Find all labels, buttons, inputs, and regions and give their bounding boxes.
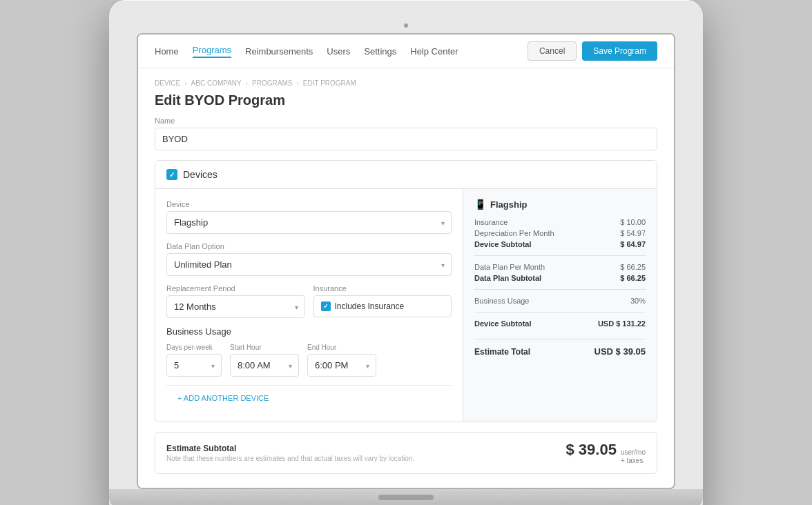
devices-body: Device Flagship ▾ Data Plan: [155, 188, 657, 422]
summary-depreciation-label: Depreciation Per Month: [474, 229, 554, 237]
name-field-group: Name: [155, 117, 657, 150]
nav-actions: Cancel Save Program: [528, 41, 657, 61]
summary-insurance-value: $ 10.00: [620, 218, 646, 226]
estimate-subtotal-title: Estimate Subtotal: [166, 444, 414, 453]
replacement-label: Replacement Period: [166, 284, 305, 293]
camera-dot: [404, 23, 408, 28]
nav-help[interactable]: Help Center: [410, 46, 458, 57]
device-config: Device Flagship ▾ Data Plan: [155, 189, 463, 422]
breadcrumb-company: ABC COMPANY: [191, 79, 242, 87]
screen-content: Home Programs Reimbursements Users Setti…: [138, 34, 674, 488]
summary-divider3: [474, 312, 646, 313]
breadcrumb: DEVICE › ABC COMPANY › PROGRAMS › EDIT P…: [155, 79, 657, 87]
bottom-estimate-right: $ 39.05 user/mo+ taxes: [566, 441, 646, 465]
data-plan-select-wrapper: Unlimited Plan ▾: [166, 253, 452, 276]
summary-insurance-row: Insurance $ 10.00: [474, 218, 646, 226]
laptop-frame: Home Programs Reimbursements Users Setti…: [109, 0, 703, 505]
estimate-total-row: Estimate Total USD $ 39.05: [474, 339, 646, 357]
start-hour-label: Start Hour: [230, 344, 299, 351]
summary-data-plan: Data Plan Per Month $ 66.25 Data Plan Su…: [474, 263, 646, 282]
summary-data-plan-subtotal-row: Data Plan Subtotal $ 66.25: [474, 274, 646, 282]
nav-settings[interactable]: Settings: [364, 46, 396, 57]
summary-insurance-label: Insurance: [474, 218, 508, 226]
nav-bar: Home Programs Reimbursements Users Setti…: [138, 34, 674, 68]
summary-business-usage: Business Usage 30%: [474, 297, 646, 305]
summary-device-subtotal2-row: Device Subtotal USD $ 131.22: [474, 319, 646, 328]
summary-depreciation-row: Depreciation Per Month $ 54.97: [474, 229, 646, 237]
start-hour-field: Start Hour 8:00 AM ▾: [230, 344, 299, 377]
summary-business-usage-label: Business Usage: [474, 297, 530, 305]
insurance-checkbox[interactable]: [321, 301, 331, 311]
bottom-estimate-left: Estimate Subtotal Note that these number…: [166, 444, 414, 462]
start-select-wrapper: 8:00 AM ▾: [230, 354, 299, 377]
start-hour-select[interactable]: 8:00 AM: [230, 354, 299, 377]
estimate-amount: $ 39.05: [566, 441, 616, 459]
insurance-check[interactable]: Includes Insurance: [313, 295, 452, 317]
bottom-estimate: Estimate Subtotal Note that these number…: [155, 432, 657, 474]
nav-programs[interactable]: Programs: [193, 45, 231, 58]
summary-device-subtotal-label: Device Subtotal: [474, 240, 532, 248]
breadcrumb-edit: EDIT PROGRAM: [303, 79, 356, 87]
cancel-button[interactable]: Cancel: [528, 41, 577, 61]
summary-device-name: Flagship: [490, 199, 527, 210]
device-group: Device Flagship ▾: [166, 200, 452, 234]
device-summary: 📱 Flagship Insurance $ 10.00 Depreciatio…: [463, 189, 657, 422]
summary-divider2: [474, 289, 646, 290]
days-select[interactable]: 5: [166, 354, 222, 377]
business-usage-label: Business Usage: [166, 326, 452, 337]
days-field: Days per-week 5 ▾: [166, 344, 222, 377]
summary-data-plan-subtotal-value: $ 66.25: [620, 274, 646, 282]
summary-business-usage-row: Business Usage 30%: [474, 297, 646, 305]
devices-checkbox[interactable]: [166, 169, 177, 180]
replacement-select[interactable]: 12 Months: [166, 295, 305, 318]
laptop-screen: Home Programs Reimbursements Users Setti…: [137, 33, 675, 489]
data-plan-group: Data Plan Option Unlimited Plan ▾: [166, 242, 452, 276]
data-plan-select[interactable]: Unlimited Plan: [166, 253, 452, 276]
breadcrumb-sep3: ›: [296, 79, 298, 87]
data-plan-label: Data Plan Option: [166, 242, 452, 250]
end-hour-select[interactable]: 6:00 PM: [307, 354, 376, 377]
devices-header: Devices: [155, 161, 657, 188]
end-hour-field: End Hour 6:00 PM ▾: [307, 344, 376, 377]
summary-device-subtotal2-value: USD $ 131.22: [598, 319, 646, 328]
summary-divider1: [474, 255, 646, 256]
replacement-select-wrapper: 12 Months ▾: [166, 295, 305, 318]
summary-data-plan-subtotal-label: Data Plan Subtotal: [474, 274, 541, 282]
laptop-base: [109, 489, 703, 505]
nav-links: Home Programs Reimbursements Users Setti…: [155, 45, 458, 58]
summary-data-plan-month-label: Data Plan Per Month: [474, 263, 545, 271]
devices-section: Devices Device Flagship: [155, 160, 657, 422]
device-label: Device: [166, 200, 452, 208]
estimate-total-label: Estimate Total: [474, 347, 530, 357]
name-input[interactable]: [155, 128, 657, 150]
save-program-button[interactable]: Save Program: [582, 41, 657, 61]
business-usage-group: Business Usage Days per-week 5: [166, 326, 452, 377]
nav-reimbursements[interactable]: Reimbursements: [245, 46, 313, 57]
usage-fields: Days per-week 5 ▾: [166, 344, 452, 377]
end-select-wrapper: 6:00 PM ▾: [307, 354, 376, 377]
days-label: Days per-week: [166, 344, 222, 351]
summary-device-subtotal-value: $ 64.97: [620, 240, 646, 248]
device-select-wrapper: Flagship ▾: [166, 211, 452, 234]
summary-device-cost: Insurance $ 10.00 Depreciation Per Month…: [474, 218, 646, 248]
phone-icon: 📱: [474, 199, 486, 210]
summary-device-subtotal-row: Device Subtotal $ 64.97: [474, 240, 646, 248]
nav-home[interactable]: Home: [155, 46, 179, 57]
breadcrumb-sep1: ›: [184, 79, 186, 87]
summary-device-subtotal2-label: Device Subtotal: [474, 319, 532, 328]
estimate-unit: user/mo+ taxes: [621, 448, 646, 465]
page-title: Edit BYOD Program: [155, 92, 657, 108]
estimate-subtotal-note: Note that these numbers are estimates an…: [166, 455, 414, 462]
insurance-field: Insurance Includes Insurance: [313, 284, 452, 318]
insurance-label: Insurance: [313, 284, 452, 293]
nav-users[interactable]: Users: [327, 46, 350, 57]
devices-label: Devices: [183, 169, 218, 180]
name-label: Name: [155, 117, 657, 125]
estimate-total-value: USD $ 39.05: [594, 346, 646, 357]
add-device-link[interactable]: + ADD ANOTHER DEVICE: [166, 385, 452, 410]
summary-depreciation-value: $ 54.97: [620, 229, 646, 237]
days-select-wrapper: 5 ▾: [166, 354, 222, 377]
device-select[interactable]: Flagship: [166, 211, 452, 234]
summary-device-subtotal2: Device Subtotal USD $ 131.22: [474, 319, 646, 328]
insurance-value: Includes Insurance: [335, 301, 405, 311]
